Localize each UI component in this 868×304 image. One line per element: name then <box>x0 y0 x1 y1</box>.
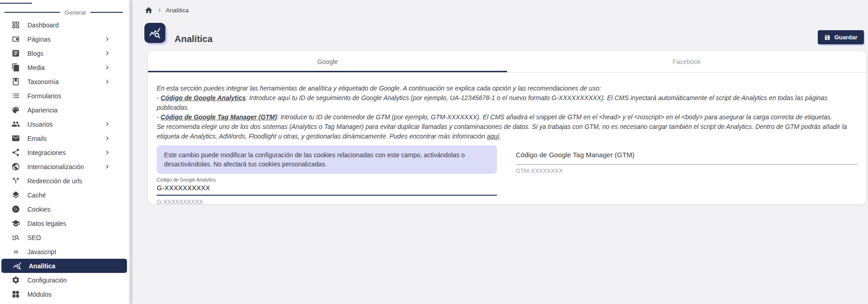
analytics-icon <box>149 27 161 39</box>
bullet-gtm: - Código de Google Tag Manager (GTM): In… <box>157 112 857 122</box>
google-description: En esta sección puedes integrar las herr… <box>157 84 857 141</box>
chevron-right-icon <box>104 121 110 127</box>
svg-text:JS: JS <box>13 250 18 254</box>
sidebar-top-divider <box>0 3 32 4</box>
pages-icon <box>11 35 20 44</box>
sidebar-item-configuracion[interactable]: Configuración <box>0 273 128 287</box>
save-button[interactable]: Guardar <box>818 30 864 44</box>
chevron-right-icon <box>104 149 110 155</box>
divider <box>90 12 123 13</box>
dashboard-icon <box>11 21 20 30</box>
save-icon <box>824 34 831 41</box>
sidebar-section-label: General <box>64 9 85 16</box>
sidebar: General Dashboard Páginas Blogs Media Ta… <box>0 0 128 304</box>
sidebar-item-taxonomia[interactable]: Taxonomía <box>0 75 128 89</box>
gtm-column: GTM-XXXXXXXX <box>516 145 857 204</box>
analytics-icon <box>12 261 21 271</box>
ga-input[interactable] <box>157 182 497 196</box>
divider <box>5 12 60 13</box>
sidebar-item-blogs[interactable]: Blogs <box>0 46 128 60</box>
chevron-right-icon <box>104 164 110 170</box>
google-tab-panel: En esta sección puedes integrar las herr… <box>148 73 866 204</box>
chevron-right-icon <box>104 50 110 56</box>
tab-google[interactable]: Google <box>148 51 507 72</box>
sidebar-section-header: General <box>5 9 123 16</box>
media-icon <box>11 63 20 72</box>
sidebar-item-javascript[interactable]: JS Javascript <box>0 245 128 259</box>
save-button-label: Guardar <box>834 34 857 41</box>
school-icon <box>11 219 20 228</box>
emails-icon <box>11 134 20 143</box>
globe-icon <box>11 162 20 171</box>
breadcrumb-current: Analítica <box>166 7 189 14</box>
chevron-right-icon <box>104 36 110 42</box>
bullet-analytics: - Código de Google Analytics: Introduce … <box>157 93 857 112</box>
sidebar-item-datos-legales[interactable]: Datos legales <box>0 216 128 230</box>
breadcrumb: Analítica <box>144 5 189 15</box>
chevron-right-icon <box>104 64 110 70</box>
taxonomy-icon <box>11 77 20 86</box>
sidebar-item-dashboard[interactable]: Dashboard <box>0 18 128 32</box>
intro-line: En esta sección puedes integrar las herr… <box>157 84 857 93</box>
forms-icon <box>11 91 20 101</box>
sidebar-item-analitica[interactable]: Analítica <box>1 259 127 273</box>
sidebar-item-integraciones[interactable]: Integraciones <box>0 145 128 160</box>
chevron-right-icon <box>104 79 110 85</box>
gtm-field: GTM-XXXXXXXX <box>516 151 857 174</box>
sidebar-scrollbar[interactable] <box>130 0 132 304</box>
layers-icon <box>11 191 20 200</box>
ga-field-helper: G-XXXXXXXXXX <box>157 198 497 204</box>
integrations-icon <box>11 148 20 157</box>
page-icon <box>144 23 165 43</box>
page-title: Analítica <box>175 29 212 49</box>
split-icon <box>11 176 20 186</box>
sidebar-item-formularios[interactable]: Formularios <box>0 89 128 103</box>
ga-column: Este cambio puede modificar la configura… <box>157 145 497 204</box>
appearance-icon <box>11 106 20 115</box>
chevron-right-icon <box>104 135 110 141</box>
sidebar-item-usuarios[interactable]: Usuarios <box>0 117 128 131</box>
sidebar-item-internacionalizacion[interactable]: Internacionalización <box>0 160 128 174</box>
tab-facebook[interactable]: Facebook <box>507 51 866 72</box>
blogs-icon <box>11 49 20 58</box>
users-icon <box>11 120 20 129</box>
breadcrumb-separator-icon <box>157 8 162 12</box>
gear-icon <box>11 276 20 285</box>
analytics-card: Google Facebook En esta sección puedes i… <box>148 51 866 204</box>
sidebar-item-apariencia[interactable]: Apariencia <box>0 103 128 117</box>
recommendation-line: Se recomienda elegir uno de los dos sist… <box>157 122 857 141</box>
sidebar-nav: Dashboard Páginas Blogs Media Taxonomía … <box>0 18 128 301</box>
bullet-gtm-term: Código de Google Tag Manager (GTM) <box>161 113 277 121</box>
ga-field-label: Código de Google Analytics <box>157 177 497 182</box>
sidebar-item-cookies[interactable]: Cookies <box>0 202 128 216</box>
sidebar-item-modulos[interactable]: Módulos <box>0 287 128 301</box>
ga-field: Código de Google Analytics G-XXXXXXXXXX <box>157 177 497 204</box>
gtm-input[interactable] <box>516 151 857 165</box>
bullet-analytics-term: Código de Google Analytics <box>161 94 246 101</box>
sidebar-item-emails[interactable]: Emails <box>0 131 128 145</box>
cookie-icon <box>11 205 20 214</box>
gtm-field-helper: GTM-XXXXXXXX <box>516 167 857 174</box>
sidebar-item-paginas[interactable]: Páginas <box>0 32 128 46</box>
js-icon: JS <box>11 247 20 256</box>
sidebar-item-media[interactable]: Media <box>0 60 128 75</box>
fields-columns: Este cambio puede modificar la configura… <box>157 145 857 204</box>
more-info-link[interactable]: aquí <box>487 133 499 140</box>
sidebar-item-cache[interactable]: Caché <box>0 188 128 202</box>
tab-bar: Google Facebook <box>148 51 866 73</box>
seo-icon <box>11 233 20 242</box>
sidebar-item-seo[interactable]: SEO <box>0 230 128 245</box>
cookie-notice: Este cambio puede modificar la configura… <box>157 145 497 174</box>
home-icon[interactable] <box>144 6 153 15</box>
sidebar-item-redireccion-de-urls[interactable]: Redirección de urls <box>0 174 128 188</box>
widgets-icon <box>11 290 20 299</box>
